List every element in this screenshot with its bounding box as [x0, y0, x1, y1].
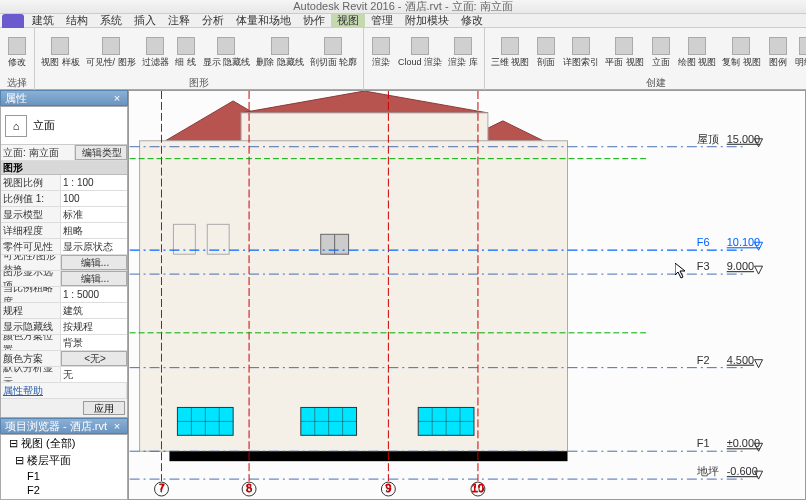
property-row[interactable]: 零件可见性显示原状态 [1, 239, 127, 255]
ribbon-btn[interactable]: Cloud 渲染 [396, 35, 444, 71]
tool-icon [454, 37, 472, 55]
tool-icon [8, 37, 26, 55]
property-name: 图形显示选项 [1, 271, 61, 286]
tool-icon [537, 37, 555, 55]
property-name: 可见性/图形替换 [1, 255, 61, 270]
ribbon-btn[interactable]: 复制 视图 [720, 35, 763, 71]
property-row[interactable]: 比例值 1:100 [1, 191, 127, 207]
menu-建筑[interactable]: 建筑 [26, 13, 60, 28]
edit-type-button[interactable]: 编辑类型 [75, 145, 127, 160]
svg-text:-0.600: -0.600 [727, 465, 758, 477]
project-browser[interactable]: ⊟ 视图 (全部)⊟ 楼层平面F1F2F3F6地坪屋顶⊟ 三维视图{3D}(三维… [0, 434, 128, 500]
menu-视图[interactable]: 视图 [331, 13, 365, 28]
ribbon-btn[interactable]: 平面 视图 [603, 35, 646, 71]
menu-注释[interactable]: 注释 [162, 13, 196, 28]
tool-icon [177, 37, 195, 55]
property-value[interactable]: 1 : 100 [61, 175, 127, 190]
close-icon[interactable]: × [111, 92, 123, 104]
menu-结构[interactable]: 结构 [60, 13, 94, 28]
property-row[interactable]: 视图比例1 : 100 [1, 175, 127, 191]
ribbon-btn[interactable]: 剖切面 轮廓 [308, 35, 360, 71]
ribbon-btn[interactable]: 显示 隐藏线 [201, 35, 253, 71]
tool-icon [372, 37, 390, 55]
property-value[interactable]: 编辑... [61, 271, 127, 286]
props-help-row[interactable]: 属性帮助 [1, 383, 127, 399]
property-name: 详细程度 [1, 223, 61, 238]
ribbon-btn[interactable]: 三维 视图 [489, 35, 532, 71]
property-value[interactable]: 显示原状态 [61, 239, 127, 254]
ribbon-btn[interactable]: 视图 样板 [39, 35, 82, 71]
ribbon-btn[interactable]: 修改 [4, 35, 30, 71]
ribbon-btn[interactable]: 渲染 [368, 35, 394, 71]
menu-分析[interactable]: 分析 [196, 13, 230, 28]
ribbon-btn[interactable]: 过滤器 [140, 35, 171, 71]
property-value[interactable]: 标准 [61, 207, 127, 222]
property-row[interactable]: 默认分析显示...无 [1, 367, 127, 383]
menu-修改[interactable]: 修改 [455, 13, 489, 28]
tree-node[interactable]: ⊟ 楼层平面 [1, 452, 127, 469]
tree-node[interactable]: ⊟ 视图 (全部) [1, 435, 127, 452]
svg-text:4.500: 4.500 [727, 354, 754, 366]
tool-icon [572, 37, 590, 55]
menu-体量和场地[interactable]: 体量和场地 [230, 13, 297, 28]
property-row[interactable]: 当比例粗略度...1 : 5000 [1, 287, 127, 303]
ribbon-btn[interactable]: 明细表 [793, 35, 806, 71]
property-row[interactable]: 详细程度粗略 [1, 223, 127, 239]
svg-rect-4 [140, 141, 568, 451]
property-row[interactable]: 颜色方案位置背景 [1, 335, 127, 351]
type-selector[interactable]: 立面: 南立面 [1, 145, 75, 160]
ribbon-btn[interactable]: 渲染 库 [446, 35, 480, 71]
drawing-canvas[interactable]: 78910 屋顶15.000F610.100F39.000F24.500F1±0… [128, 90, 806, 500]
ribbon-btn[interactable]: 立面 [648, 35, 674, 71]
property-value[interactable]: <无> [61, 351, 127, 366]
ribbon-btn[interactable]: 细 线 [173, 35, 199, 71]
property-value[interactable]: 背景 [61, 335, 127, 350]
tool-icon [799, 37, 806, 55]
property-name: 显示模型 [1, 207, 61, 222]
tree-node[interactable]: F2 [1, 483, 127, 497]
ribbon-btn[interactable]: 绘图 视图 [676, 35, 719, 71]
ribbon-btn[interactable]: 详图索引 [561, 35, 601, 71]
close-icon[interactable]: × [111, 420, 123, 432]
properties-help-link[interactable]: 属性帮助 [1, 383, 127, 398]
ribbon-btn[interactable]: 剖面 [533, 35, 559, 71]
property-value[interactable]: 粗略 [61, 223, 127, 238]
property-row[interactable]: 图形显示选项编辑... [1, 271, 127, 287]
properties-panel-header[interactable]: 属性 × [0, 90, 128, 106]
family-name: 立面 [33, 118, 55, 133]
property-name: 颜色方案位置 [1, 335, 61, 350]
ribbon-btn[interactable]: 可见性/ 图形 [84, 35, 138, 71]
property-value[interactable]: 100 [61, 191, 127, 206]
ribbon-btn[interactable]: 删除 隐藏线 [254, 35, 306, 71]
browser-title: 项目浏览器 - 酒店.rvt [5, 419, 107, 434]
apply-button[interactable]: 应用 [83, 401, 125, 415]
menu-管理[interactable]: 管理 [365, 13, 399, 28]
property-name: 比例值 1: [1, 191, 61, 206]
property-row[interactable]: 规程建筑 [1, 303, 127, 319]
property-value[interactable]: 按规程 [61, 319, 127, 334]
svg-text:F1: F1 [697, 437, 710, 449]
ribbon-group-创建: 三维 视图剖面详图索引平面 视图立面绘图 视图复制 视图图例明细表创建 [485, 28, 806, 90]
family-selector[interactable]: ⌂ 立面 [1, 107, 127, 145]
ribbon-group-选择: 修改选择 [0, 28, 35, 90]
tree-node[interactable]: F1 [1, 469, 127, 483]
property-value[interactable]: 无 [61, 367, 127, 382]
property-value[interactable]: 建筑 [61, 303, 127, 318]
property-row[interactable]: 显示模型标准 [1, 207, 127, 223]
tool-icon [324, 37, 342, 55]
browser-panel-header[interactable]: 项目浏览器 - 酒店.rvt × [0, 418, 128, 434]
menu-附加模块[interactable]: 附加模块 [399, 13, 455, 28]
property-row[interactable]: 显示隐藏线按规程 [1, 319, 127, 335]
props-category: 图形 [1, 161, 127, 175]
property-row[interactable]: 颜色方案<无> [1, 351, 127, 367]
property-row[interactable]: 可见性/图形替换编辑... [1, 255, 127, 271]
property-value[interactable]: 1 : 5000 [61, 287, 127, 302]
ribbon-btn[interactable]: 图例 [765, 35, 791, 71]
svg-marker-48 [755, 266, 763, 274]
menu-系统[interactable]: 系统 [94, 13, 128, 28]
menu-插入[interactable]: 插入 [128, 13, 162, 28]
type-selector-row[interactable]: 立面: 南立面 编辑类型 [1, 145, 127, 161]
property-name: 零件可见性 [1, 239, 61, 254]
property-value[interactable]: 编辑... [61, 255, 127, 270]
menu-协作[interactable]: 协作 [297, 13, 331, 28]
